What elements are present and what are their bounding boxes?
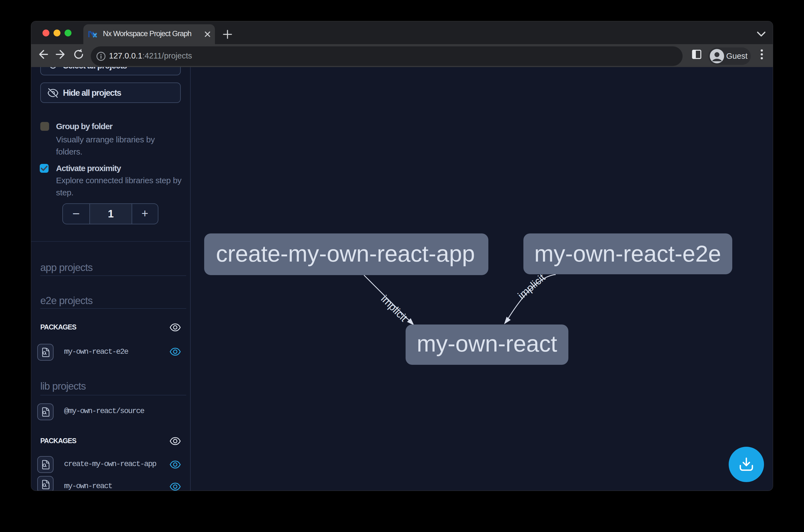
svg-text:my-own-react-e2e: my-own-react-e2e bbox=[534, 241, 721, 267]
svg-text:implicit: implicit bbox=[516, 271, 548, 301]
svg-text:implicit: implicit bbox=[379, 293, 410, 324]
svg-text:create-my-own-react-app: create-my-own-react-app bbox=[216, 241, 475, 267]
svg-text:my-own-react: my-own-react bbox=[417, 330, 557, 357]
